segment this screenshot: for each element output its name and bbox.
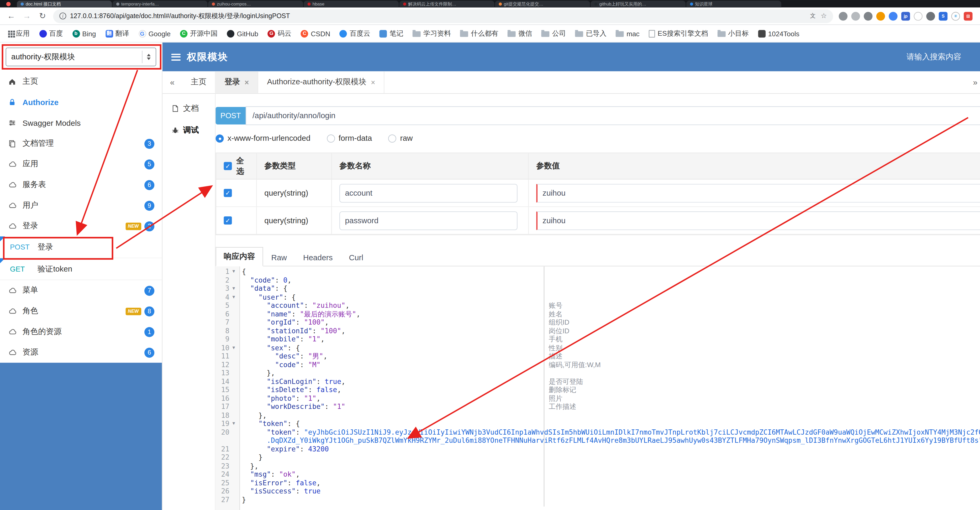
response-body-editor[interactable]: 账号姓名组织ID岗位ID手机性别描述编码,可用值:W,M是否可登陆删除标记照片工…: [216, 266, 980, 510]
bookmark-item[interactable]: 学习资料: [413, 29, 451, 38]
screenshot-extension-icon[interactable]: [839, 11, 848, 20]
tab-favicon-icon: [21, 3, 24, 6]
fold-icon[interactable]: ▼: [229, 285, 238, 293]
bookmark-item[interactable]: ES搜索引擎文档: [649, 29, 708, 38]
bookmark-item[interactable]: 百度: [39, 29, 63, 38]
bookmark-item[interactable]: 应用: [8, 29, 30, 38]
api-subitem-get[interactable]: GET验证token: [0, 258, 162, 280]
page-info-icon[interactable]: i: [59, 13, 66, 19]
bookmark-item[interactable]: 已导入: [575, 29, 606, 38]
browser-tab[interactable]: zuihou-compos…: [208, 0, 303, 7]
fold-icon[interactable]: ▼: [229, 293, 238, 301]
sidebar-item-10[interactable]: 角色的资源1: [0, 322, 162, 342]
sidebar-item-7[interactable]: 登录NEW2: [0, 216, 162, 237]
response-tab[interactable]: 响应内容: [216, 247, 263, 266]
browser-tab[interactable]: github上好玩又实用的…: [590, 0, 686, 7]
collapse-tabs-icon[interactable]: «: [162, 71, 182, 93]
bookmark-item[interactable]: mac: [616, 30, 640, 37]
shield-extension-icon[interactable]: [926, 11, 935, 20]
bookmark-item[interactable]: bBing: [72, 30, 96, 37]
close-icon[interactable]: ×: [371, 78, 375, 86]
fold-icon[interactable]: ▼: [229, 268, 238, 276]
bookmark-item[interactable]: GGoogle: [138, 30, 171, 37]
bookmark-item[interactable]: 百度云: [340, 29, 370, 38]
browser-tab[interactable]: 解决码云上传文件限制…: [399, 0, 495, 7]
translate-icon[interactable]: 文: [810, 12, 816, 20]
row-checkbox[interactable]: ✓: [224, 189, 232, 197]
jp-extension-icon[interactable]: jp: [901, 11, 910, 20]
tab-1[interactable]: 登录×: [216, 71, 258, 93]
browser-tab[interactable]: git提交规范化提交…: [495, 0, 590, 7]
bookmark-item[interactable]: 1024Tools: [758, 30, 799, 37]
response-tab[interactable]: Headers: [295, 249, 340, 266]
orange-extension-icon[interactable]: [876, 11, 885, 20]
reload-icon[interactable]: ↻: [38, 11, 48, 21]
sidebar-item-3[interactable]: 文档管理3: [0, 133, 162, 154]
browser-tab[interactable]: 知识星球: [686, 0, 781, 7]
site-icon: b: [72, 30, 80, 37]
bookmark-item[interactable]: CCSDN: [301, 30, 330, 37]
bookmark-item[interactable]: 公司: [541, 29, 566, 38]
nav-debug[interactable]: 调试: [162, 125, 215, 135]
sidebar-item-11[interactable]: 资源6: [0, 342, 162, 363]
blue-paw-extension-icon[interactable]: [889, 11, 897, 20]
bookmark-item[interactable]: 什么都有: [460, 29, 498, 38]
sidebar-item-1[interactable]: Authorize: [0, 92, 162, 113]
param-value-input[interactable]: [536, 183, 980, 202]
request-url-input[interactable]: /api/authority/anno/login: [246, 106, 980, 125]
radio-icon[interactable]: [327, 134, 335, 142]
param-name-input[interactable]: [339, 211, 517, 230]
browser-tab[interactable]: doc.html 接口文档: [17, 0, 112, 7]
param-name-input[interactable]: [339, 183, 517, 202]
white-ring-extension-icon[interactable]: [914, 11, 923, 20]
api-subitem-post[interactable]: POST登录: [0, 236, 162, 258]
window-close-icon[interactable]: [6, 2, 11, 6]
red-grid-extension-icon[interactable]: ⊞: [964, 11, 972, 20]
sidebar-item-0[interactable]: 主页: [0, 71, 162, 92]
row-checkbox[interactable]: ✓: [224, 217, 232, 225]
bookmark-item[interactable]: C开源中国: [180, 29, 218, 38]
sidebar-item-5[interactable]: 服务表6: [0, 174, 162, 195]
content-type-option[interactable]: form-data: [327, 134, 372, 143]
header-search-input[interactable]: 请输入搜索内容: [907, 51, 971, 62]
bookmark-item[interactable]: GitHub: [227, 30, 258, 37]
response-tab[interactable]: Raw: [263, 249, 295, 266]
browser-tab[interactable]: temporary-interfa…: [113, 0, 208, 7]
address-bar[interactable]: i 127.0.0.1:8760/api/gate/doc.html#/auth…: [53, 9, 833, 23]
lightning-extension-icon[interactable]: [864, 11, 872, 20]
bookmark-item[interactable]: G码云: [268, 29, 291, 38]
radio-icon[interactable]: [388, 134, 396, 142]
tab-0[interactable]: 主页: [182, 71, 216, 93]
info-extension-icon[interactable]: [851, 11, 860, 20]
menu-toggle-icon[interactable]: [171, 54, 181, 61]
tab-2[interactable]: Authorize-authority-权限模块×: [258, 71, 385, 93]
fold-icon[interactable]: ▼: [229, 344, 238, 352]
param-value-input[interactable]: [536, 211, 980, 230]
module-select[interactable]: authority-权限模块: [5, 48, 156, 66]
bookmark-item[interactable]: 翻翻译: [105, 29, 129, 38]
select-stepper-icon[interactable]: [142, 51, 151, 63]
content-type-option[interactable]: raw: [388, 134, 412, 143]
response-tab[interactable]: Curl: [340, 249, 371, 266]
sogou-extension-icon[interactable]: S: [939, 11, 947, 20]
sidebar-item-2[interactable]: Swagger Models: [0, 113, 162, 134]
close-icon[interactable]: ×: [245, 78, 249, 86]
sidebar-item-9[interactable]: 角色NEW8: [0, 301, 162, 322]
expand-tabs-icon[interactable]: »: [970, 71, 980, 93]
select-all-checkbox[interactable]: ✓: [224, 162, 232, 170]
bookmark-star-icon[interactable]: ☆: [821, 12, 827, 20]
bookmark-item[interactable]: 笔记: [380, 29, 403, 38]
bookmark-item[interactable]: 微信: [508, 29, 532, 38]
fold-icon[interactable]: ▼: [229, 420, 238, 428]
browser-tab[interactable]: hbase: [304, 0, 399, 7]
radio-icon[interactable]: [216, 134, 224, 142]
sidebar-item-8[interactable]: 菜单7: [0, 280, 162, 301]
forward-icon[interactable]: →: [22, 11, 32, 21]
nav-document[interactable]: 文档: [162, 103, 215, 114]
snowflake-extension-icon[interactable]: ✳: [951, 11, 960, 20]
bookmark-item[interactable]: 小目标: [718, 29, 749, 38]
back-icon[interactable]: ←: [6, 11, 16, 21]
content-type-option[interactable]: x-www-form-urlencoded: [216, 134, 310, 143]
sidebar-item-4[interactable]: 应用5: [0, 154, 162, 175]
sidebar-item-6[interactable]: 用户9: [0, 195, 162, 216]
